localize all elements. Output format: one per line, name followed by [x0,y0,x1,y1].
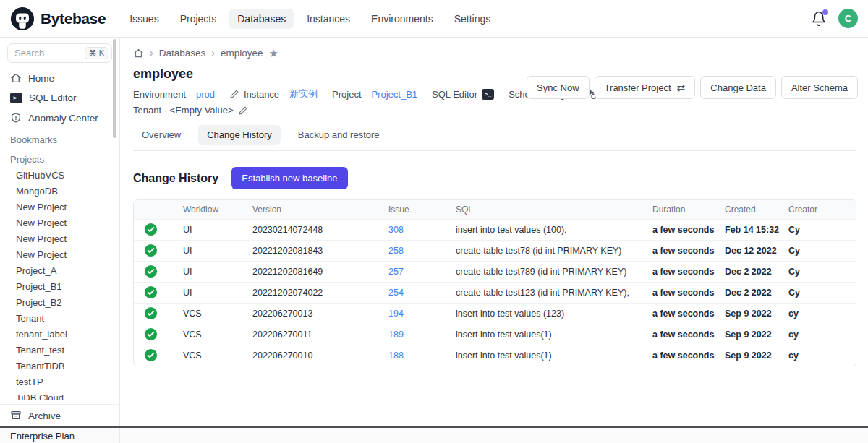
issue-cell: 258 [381,241,448,262]
sidebar-item-label: Home [28,73,54,84]
column-header-issue: Issue [381,200,448,220]
issue-cell: 188 [381,345,448,366]
nav-item-databases[interactable]: Databases [229,9,294,29]
sidebar-project-project-b2[interactable]: Project_B2 [0,294,119,310]
edit-pencil-icon[interactable] [238,106,248,116]
bottom-strip-filler [120,428,868,443]
sidebar-project-new-project[interactable]: New Project [0,215,119,231]
sidebar-project-tenant-test[interactable]: Tenant_test [0,342,119,358]
database-meta-row-2: Tenant - <Empty Value> [133,105,856,116]
creator-cell: cy [781,345,856,366]
breadcrumb: › Databases › employee ★ [133,47,856,59]
issue-cell: 194 [381,304,448,324]
sidebar-project-tenant-label[interactable]: tenant_label [0,326,119,342]
history-row[interactable]: UI20221202081843258create table test78 (… [134,241,856,262]
sidebar-project-project-a[interactable]: Project_A [0,262,119,278]
history-row[interactable]: VCS202206270010188insert into test value… [134,345,856,366]
status-cell [134,345,176,366]
sidebar-scrollbar[interactable] [113,39,116,138]
history-row[interactable]: VCS202206270013194insert into test value… [134,304,856,324]
user-avatar[interactable]: C [838,9,858,28]
issue-link[interactable]: 189 [388,330,404,340]
sync-now-button[interactable]: Sync Now [527,76,590,99]
notifications-bell-icon[interactable] [811,11,827,27]
bytebase-logo[interactable]: Bytebase [10,7,106,31]
column-header-version: Version [245,200,381,220]
sql-cell: insert into test values (100); [448,220,645,241]
environment-label: Environment - [133,89,192,100]
success-check-icon [144,354,158,364]
meta-project: Project - Project_B1 [332,89,417,100]
bottom-strip: Enterprise Plan [0,426,868,443]
environment-link[interactable]: prod [196,89,215,100]
issue-link[interactable]: 308 [388,225,404,235]
navbar-menu: IssuesProjectsDatabasesInstancesEnvironm… [122,9,498,29]
instance-link[interactable]: 新实例 [289,87,318,100]
sql-cell: insert into test values(1) [448,345,645,366]
history-row[interactable]: UI20221202081649257create table test789 … [134,262,856,283]
sidebar-project-new-project[interactable]: New Project [0,246,119,262]
sidebar-project-new-project[interactable]: New Project [0,199,119,215]
sql-editor-icon[interactable]: >_ [482,89,494,100]
success-check-icon [144,270,158,280]
duration-cell: a few seconds [645,345,718,366]
nav-item-environments[interactable]: Environments [363,9,441,29]
tab-change-history[interactable]: Change History [198,125,281,145]
sidebar-item-archive[interactable]: Archive [0,405,119,426]
creator-cell: Cy [781,220,856,241]
history-row[interactable]: UI20221202074022254create table test123 … [134,283,856,304]
project-link[interactable]: Project_B1 [371,89,417,100]
success-check-icon [144,228,158,238]
sidebar-project-mongodb[interactable]: MongoDB [0,183,119,199]
created-cell: Sep 9 2022 [718,304,781,324]
status-cell [134,262,176,283]
sidebar-project-githubvcs[interactable]: GitHubVCS [0,167,119,183]
shield-icon [10,112,22,124]
issue-link[interactable]: 188 [388,350,404,361]
workflow-cell: UI [176,262,245,283]
transfer-project-button[interactable]: Transfer Project⇄ [595,76,696,99]
change-data-button[interactable]: Change Data [700,76,776,99]
sql-cell: insert into test values(1) [448,324,645,345]
history-row[interactable]: VCS202206270011189insert into test value… [134,324,856,345]
creator-cell: Cy [781,241,856,262]
nav-item-instances[interactable]: Instances [299,9,358,29]
sidebar-item-home[interactable]: Home [0,68,119,88]
success-check-icon [144,291,158,301]
tab-backup-and-restore[interactable]: Backup and restore [289,125,388,145]
breadcrumb-current: employee [221,48,263,59]
search-input[interactable]: Search ⌘ K [7,43,112,63]
issue-link[interactable]: 254 [388,288,404,298]
breadcrumb-databases[interactable]: Databases [159,48,206,59]
success-check-icon [144,249,158,259]
workflow-cell: UI [176,283,245,304]
nav-item-issues[interactable]: Issues [122,9,166,29]
column-header-sql: SQL [448,200,645,220]
sidebar-project-testtp[interactable]: testTP [0,374,119,390]
tab-overview[interactable]: Overview [133,125,190,145]
sidebar-project-tenanttidb[interactable]: TenantTiDB [0,358,119,374]
bookmark-star-icon[interactable]: ★ [268,48,278,59]
pen-icon[interactable] [229,89,239,99]
duration-cell: a few seconds [645,241,718,262]
sidebar-project-project-b1[interactable]: Project_B1 [0,278,119,294]
sql-cell: create table test789 (id int PRIMARY KEY… [448,262,645,283]
history-row[interactable]: UI20230214072448308insert into test valu… [134,220,856,241]
establish-baseline-button[interactable]: Establish new baseline [231,167,347,189]
meta-tenant: Tenant - <Empty Value> [133,105,248,116]
version-cell: 20230214072448 [245,220,381,241]
sidebar-item-anomaly-center[interactable]: Anomaly Center [0,108,119,128]
nav-item-projects[interactable]: Projects [172,9,225,29]
alter-schema-button[interactable]: Alter Schema [781,76,858,99]
sidebar-project-new-project[interactable]: New Project [0,231,119,246]
issue-link[interactable]: 257 [388,267,404,277]
navbar-right: C [811,9,858,28]
sidebar-item-sql-editor[interactable]: >_ SQL Editor [0,88,119,108]
issue-link[interactable]: 194 [388,309,404,319]
issue-link[interactable]: 258 [388,246,404,256]
created-cell: Sep 9 2022 [718,345,781,366]
breadcrumb-home-icon[interactable] [133,48,144,59]
sidebar-project-tenant[interactable]: Tenant [0,310,119,326]
version-cell: 20221202081649 [245,262,381,283]
nav-item-settings[interactable]: Settings [446,9,499,29]
